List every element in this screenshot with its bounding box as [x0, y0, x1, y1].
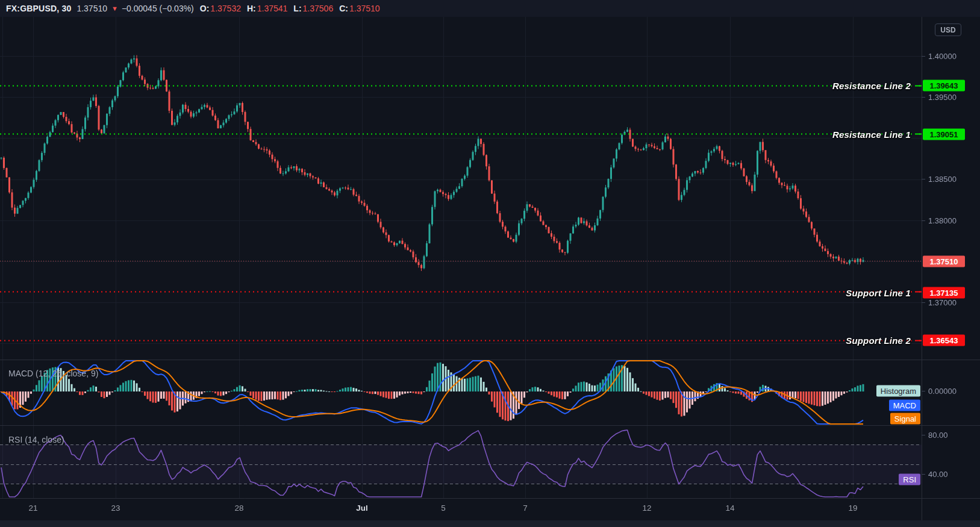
chart-canvas[interactable]: [0, 0, 980, 527]
support-line-2-label[interactable]: Support Line 2: [846, 335, 911, 346]
close-value: 1.37510: [349, 4, 380, 13]
last-price-badge: 1.37510: [923, 256, 965, 267]
last-price-value: 1.37510: [76, 4, 107, 13]
symbol-title[interactable]: FX:GBPUSD, 30: [6, 4, 71, 13]
macd-signal-legend-badge: Signal: [890, 413, 920, 425]
time-label: 14: [725, 504, 734, 513]
resistance-2-price-badge: 1.39643: [923, 80, 965, 92]
open-label: O:: [200, 4, 210, 13]
open-value: 1.37532: [210, 4, 241, 13]
down-triangle-icon: ▼: [111, 5, 118, 12]
resistance-line-2-label[interactable]: Resistance Line 2: [832, 81, 911, 91]
trading-chart-app: FX:GBPUSD, 30 1.37510 ▼ −0.00045 (−0.03%…: [0, 0, 980, 527]
symbol-info-bar: FX:GBPUSD, 30 1.37510 ▼ −0.00045 (−0.03%…: [0, 0, 980, 17]
time-label: 5: [441, 504, 446, 513]
price-tick: 1.40000: [928, 52, 957, 61]
time-label: 23: [111, 504, 120, 513]
time-label: 21: [28, 504, 37, 513]
low-label: L:: [293, 4, 301, 13]
time-label: 12: [642, 504, 651, 513]
macd-zero-tick: 0.00000: [928, 387, 957, 396]
support-2-price-badge: 1.36543: [923, 335, 965, 346]
currency-toggle-button[interactable]: USD: [935, 23, 961, 36]
price-tick: 1.37000: [928, 298, 957, 307]
resistance-1-price-badge: 1.39051: [923, 129, 965, 140]
time-label: 28: [234, 504, 243, 513]
resistance-line-1-label[interactable]: Resistance Line 1: [832, 129, 911, 140]
price-change: −0.00045 (−0.03%): [122, 4, 194, 13]
macd-panel-title[interactable]: MACD (12, 26, close, 9): [8, 369, 98, 378]
support-line-1-label[interactable]: Support Line 1: [846, 288, 911, 298]
macd-histogram-legend-badge: Histogram: [876, 385, 920, 397]
time-label: 7: [523, 504, 528, 513]
rsi-tick: 80.00: [928, 431, 948, 440]
support-1-price-badge: 1.37135: [923, 287, 965, 299]
rsi-legend-badge: RSI: [899, 474, 920, 485]
price-tick: 1.38000: [928, 216, 957, 225]
price-tick: 1.39500: [928, 93, 957, 102]
low-value: 1.37506: [303, 4, 334, 13]
high-label: H:: [247, 4, 256, 13]
rsi-panel-title[interactable]: RSI (14, close): [8, 435, 64, 444]
time-label: 19: [848, 504, 857, 513]
time-label-month: Jul: [356, 504, 368, 513]
rsi-tick: 40.00: [928, 470, 948, 479]
close-label: C:: [339, 4, 348, 13]
high-value: 1.37541: [257, 4, 288, 13]
price-tick: 1.38500: [928, 175, 957, 184]
macd-line-legend-badge: MACD: [889, 400, 920, 411]
